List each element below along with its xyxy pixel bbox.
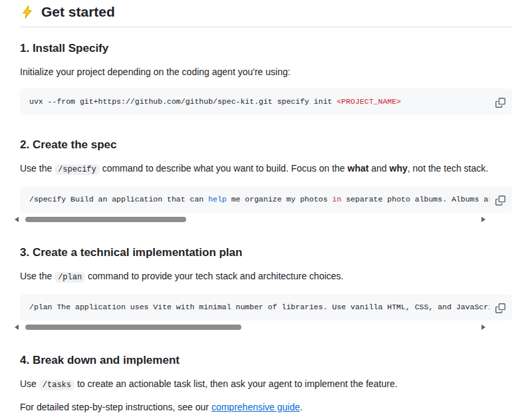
text-run: command to provide your tech stack and a… (85, 271, 343, 281)
text-run: Use (20, 378, 39, 389)
text-run: Use the (20, 271, 55, 281)
code-text: /specify Build an application that can h… (29, 195, 503, 204)
section-paragraph: For detailed step-by-step instructions, … (20, 402, 512, 412)
section-paragraph: Use the /specify command to describe wha… (20, 163, 512, 175)
text-run: command to describe what you want to bui… (100, 163, 348, 174)
code-token-red: in (332, 195, 342, 204)
section-create-the-spec: 2. Create the specUse the /specify comma… (20, 138, 512, 223)
text-run: Use the (20, 163, 55, 174)
horizontal-scrollbar[interactable] (15, 324, 485, 331)
copy-icon (495, 196, 505, 206)
code-token-blue: help (208, 195, 227, 204)
section-heading: 3. Create a technical implementation pla… (20, 246, 512, 259)
copy-button[interactable] (489, 96, 505, 109)
scroll-right-arrow[interactable] (481, 325, 485, 330)
code-token: /specify Build an application that can (29, 195, 208, 204)
code-token: /plan The application uses Vite with min… (29, 303, 493, 311)
page-title: Get started (20, 0, 512, 27)
code-token: uvx --from git+https://github.com/github… (29, 97, 336, 106)
copy-button[interactable] (489, 194, 505, 207)
text-run: , not the tech stack. (408, 163, 488, 174)
readme-content: Get started 1. Install SpecifyInitialize… (20, 0, 512, 417)
section-install-specify: 1. Install SpecifyInitialize your projec… (20, 42, 512, 115)
text-run: to create an actionable task list, then … (74, 378, 398, 389)
page-title-text: Get started (41, 4, 115, 20)
bold-text: what (348, 163, 369, 174)
code-token: me organize my photos (227, 195, 332, 204)
comprehensive-guide-link[interactable]: comprehensive guide (211, 402, 300, 412)
horizontal-scrollbar[interactable] (15, 216, 485, 223)
inline-code: /specify (55, 164, 100, 175)
section-paragraph: Initialize your project depending on the… (20, 67, 512, 77)
copy-icon (495, 303, 505, 313)
section-heading: 1. Install Specify (20, 42, 512, 55)
title-divider (20, 27, 512, 27)
zap-icon (20, 5, 35, 19)
text-run: Initialize your project depending on the… (20, 67, 291, 77)
text-run: For detailed step-by-step instructions, … (20, 402, 211, 412)
text-run: and (368, 163, 389, 174)
scroll-left-arrow[interactable] (15, 217, 19, 222)
section-break-down-and-implement: 4. Break down and implementUse /tasks to… (20, 354, 512, 412)
code-block: /specify Build an application that can h… (20, 186, 512, 213)
code-block: uvx --from git+https://github.com/github… (20, 88, 512, 115)
section-create-plan: 3. Create a technical implementation pla… (20, 246, 512, 331)
section-heading: 4. Break down and implement (20, 354, 512, 367)
section-paragraph: Use /tasks to create an actionable task … (20, 378, 512, 390)
scrollbar-thumb[interactable] (25, 217, 186, 222)
code-block: /plan The application uses Vite with min… (20, 294, 512, 321)
code-text: uvx --from git+https://github.com/github… (29, 97, 503, 106)
bold-text: why (390, 163, 408, 174)
inline-code: /tasks (39, 380, 74, 390)
code-text: /plan The application uses Vite with min… (29, 303, 503, 312)
scroll-right-arrow[interactable] (481, 217, 485, 222)
code-token-red: <PROJECT_NAME> (336, 97, 401, 106)
section-heading: 2. Create the spec (20, 138, 512, 152)
scrollbar-thumb[interactable] (25, 325, 241, 330)
code-token: separate photo albums. Albums ar (341, 195, 493, 204)
text-run: . (300, 402, 303, 412)
copy-icon (495, 98, 505, 108)
section-paragraph: Use the /plan command to provide your te… (20, 271, 512, 283)
inline-code: /plan (55, 272, 85, 283)
copy-button[interactable] (489, 301, 505, 315)
page-header: Get started (20, 0, 512, 27)
scroll-left-arrow[interactable] (15, 325, 19, 330)
